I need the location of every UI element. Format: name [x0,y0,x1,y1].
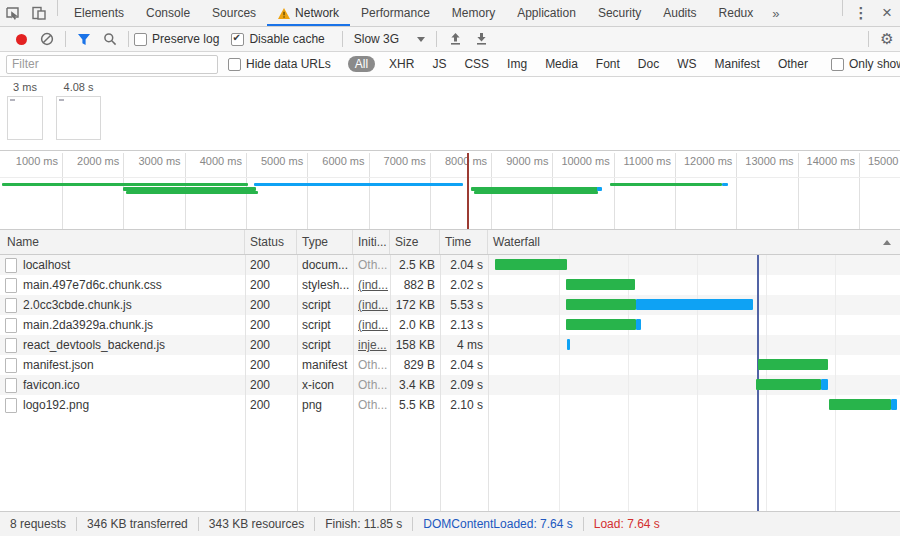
overview-bar [722,183,728,186]
type-filter-pills: AllXHRJSCSSImgMediaFontDocWSManifestOthe… [343,56,817,72]
filter-type-font[interactable]: Font [592,56,624,72]
column-header-time[interactable]: Time [440,230,488,254]
filter-type-xhr[interactable]: XHR [385,56,418,72]
tab-application[interactable]: Application [506,0,587,26]
file-icon [5,258,17,273]
time-cell: 2.13 s [440,318,488,332]
column-header-initiator[interactable]: Initi... [353,230,390,254]
search-icon[interactable] [97,27,123,51]
filter-type-manifest[interactable]: Manifest [711,56,764,72]
filter-type-all[interactable]: All [348,56,375,72]
timeline-overview[interactable]: 1000 ms2000 ms3000 ms4000 ms5000 ms6000 … [0,150,900,230]
clear-icon[interactable] [34,27,60,51]
overview-bar [2,183,248,186]
request-name-cell: manifest.json [0,358,245,373]
filter-type-media[interactable]: Media [541,56,582,72]
green-waterfall-bar [758,359,828,370]
filter-type-doc[interactable]: Doc [634,56,663,72]
tab-network[interactable]: Network [267,0,350,26]
request-row[interactable]: favicon.ico200x-iconOth...3.4 KB2.09 s [0,375,900,395]
more-options-icon[interactable]: ⋮ [848,0,874,26]
record-button[interactable] [8,27,34,51]
more-tabs-button[interactable]: » [764,0,787,26]
filter-type-ws[interactable]: WS [673,56,700,72]
summary-item: 346 KB transferred [77,517,198,531]
export-har-icon[interactable] [468,27,494,51]
tab-elements[interactable]: Elements [63,0,135,26]
initiator-cell: Oth... [353,378,390,392]
status-cell: 200 [245,358,297,372]
divider [342,31,343,47]
request-row[interactable]: react_devtools_backend.js200scriptinje..… [0,335,900,355]
filter-icon[interactable] [71,27,97,51]
green-waterfall-bar [566,319,636,330]
toggle-device-toolbar-icon[interactable] [26,0,52,26]
filter-type-other[interactable]: Other [774,56,812,72]
disable-cache-label[interactable]: Disable cache [249,32,324,46]
inspect-element-icon[interactable] [0,0,26,26]
hide-data-urls-checkbox[interactable] [228,58,241,71]
column-header-waterfall[interactable]: Waterfall [488,230,900,254]
preserve-log-checkbox[interactable] [134,33,147,46]
filmstrip-frame[interactable]: 4.08 s [56,81,101,140]
filter-type-css[interactable]: CSS [460,56,493,72]
samesite-checkbox[interactable] [831,58,844,71]
requests-table-header: Name Status Type Initi... Size Time Wate… [0,230,900,255]
column-header-status[interactable]: Status [245,230,297,254]
filter-type-img[interactable]: Img [503,56,531,72]
type-cell: script [297,298,353,312]
request-row[interactable]: 2.0cc3cbde.chunk.js200script(ind...172 K… [0,295,900,315]
network-toolbar: Preserve log Disable cache Slow 3G ⚙ [0,27,900,52]
initiator-cell[interactable]: (ind... [353,318,390,332]
warning-icon [278,8,290,19]
type-cell: png [297,398,353,412]
divider [868,31,869,47]
blue-waterfall-bar [636,299,753,310]
waterfall-cell [488,335,900,355]
filter-input[interactable] [6,55,218,74]
preserve-log-label[interactable]: Preserve log [152,32,219,46]
request-row[interactable]: main.497e7d6c.chunk.css200stylesh...(ind… [0,275,900,295]
requests-table-body: localhost200docum...Oth...2.5 KB2.04 sma… [0,255,900,511]
request-row[interactable]: logo192.png200pngOth...5.5 KB2.10 s [0,395,900,415]
request-name-cell: logo192.png [0,398,245,413]
request-name-cell: localhost [0,258,245,273]
samesite-label[interactable]: Only show requests with SameSite issues [849,57,900,71]
filmstrip-frame[interactable]: 3 ms [7,81,43,140]
time-cell: 2.04 s [440,358,488,372]
column-header-size[interactable]: Size [390,230,440,254]
frame-thumbnail[interactable] [7,96,43,140]
throttling-select[interactable]: Slow 3G [348,32,431,46]
tab-security[interactable]: Security [587,0,652,26]
overview-bar [610,183,722,186]
import-har-icon[interactable] [442,27,468,51]
column-header-type[interactable]: Type [297,230,353,254]
tab-performance[interactable]: Performance [350,0,441,26]
file-icon [5,298,17,313]
initiator-cell[interactable]: (ind... [353,298,390,312]
tab-memory[interactable]: Memory [441,0,506,26]
request-row[interactable]: localhost200docum...Oth...2.5 KB2.04 s [0,255,900,275]
tab-sources[interactable]: Sources [201,0,267,26]
initiator-cell[interactable]: (ind... [353,278,390,292]
waterfall-header-label: Waterfall [493,230,540,254]
filter-type-js[interactable]: JS [428,56,450,72]
initiator-cell[interactable]: inje... [353,338,390,352]
hide-data-urls-label[interactable]: Hide data URLs [246,57,331,71]
request-row[interactable]: main.2da3929a.chunk.js200script(ind...2.… [0,315,900,335]
frame-thumbnail[interactable] [56,96,101,140]
gear-icon[interactable]: ⚙ [874,27,900,51]
file-icon [5,318,17,333]
status-bar: 8 requests346 KB transferred343 KB resou… [0,511,900,536]
tab-audits[interactable]: Audits [652,0,707,26]
close-icon[interactable]: × [874,0,900,26]
tab-console[interactable]: Console [135,0,201,26]
overview-bar [254,183,463,186]
size-cell: 829 B [390,358,440,372]
summary-item: 343 KB resources [199,517,314,531]
disable-cache-checkbox[interactable] [231,33,244,46]
frame-timestamp: 3 ms [7,81,43,93]
column-header-name[interactable]: Name [0,230,245,254]
tab-redux[interactable]: Redux [708,0,765,26]
request-row[interactable]: manifest.json200manifestOth...829 B2.04 … [0,355,900,375]
